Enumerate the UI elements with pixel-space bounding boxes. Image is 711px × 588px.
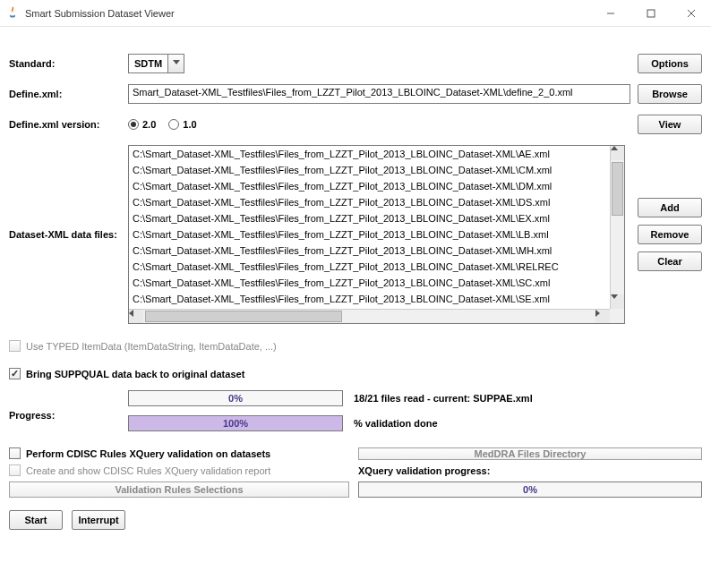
perform-cdisc-checkbox[interactable]: Perform CDISC Rules XQuery validation on… xyxy=(9,447,349,459)
checkbox-unchecked-icon xyxy=(9,464,21,476)
radio-unselected-icon xyxy=(168,119,179,130)
minimize-button[interactable] xyxy=(590,0,630,27)
checkbox-unchecked-icon xyxy=(9,340,21,352)
standard-select[interactable]: SDTM xyxy=(128,54,184,73)
list-item[interactable]: C:\Smart_Dataset-XML_Testfiles\Files_fro… xyxy=(129,291,610,307)
dropdown-arrow-icon xyxy=(167,55,184,72)
datafiles-label: Dataset-XML data files: xyxy=(9,229,128,240)
list-item[interactable]: C:\Smart_Dataset-XML_Testfiles\Files_fro… xyxy=(129,226,610,243)
list-item[interactable]: C:\Smart_Dataset-XML_Testfiles\Files_fro… xyxy=(129,162,610,178)
svg-marker-4 xyxy=(173,60,180,64)
clear-button[interactable]: Clear xyxy=(638,251,702,271)
meddra-dir-button: MedDRA Files Directory xyxy=(358,447,702,460)
list-item[interactable]: C:\Smart_Dataset-XML_Testfiles\Files_fro… xyxy=(129,146,610,162)
scrollbar-vertical[interactable] xyxy=(610,146,624,309)
list-item[interactable]: C:\Smart_Dataset-XML_Testfiles\Files_fro… xyxy=(129,178,610,194)
scroll-down-icon[interactable] xyxy=(611,294,624,309)
scroll-thumb-vertical[interactable] xyxy=(612,162,623,216)
datafiles-listbox[interactable]: C:\Smart_Dataset-XML_Testfiles\Files_fro… xyxy=(128,145,625,324)
scroll-up-icon[interactable] xyxy=(611,146,624,160)
add-button[interactable]: Add xyxy=(638,198,702,217)
scroll-left-icon[interactable] xyxy=(129,310,143,323)
scroll-right-icon[interactable] xyxy=(595,310,610,323)
typed-itemdata-checkbox: Use TYPED ItemData (ItemDataString, Item… xyxy=(9,340,277,352)
interrupt-button[interactable]: Interrupt xyxy=(72,510,125,530)
maximize-button[interactable] xyxy=(630,0,671,27)
progress-status: 18/21 files read - current: SUPPAE.xml xyxy=(354,393,533,404)
title-bar: Smart Submission Dataset Viewer xyxy=(0,0,711,27)
definever-label: Define.xml version: xyxy=(9,119,128,130)
xquery-progress-bar: 0% xyxy=(358,481,702,498)
svg-marker-6 xyxy=(611,294,618,299)
progress-label: Progress: xyxy=(9,390,128,421)
list-item[interactable]: C:\Smart_Dataset-XML_Testfiles\Files_fro… xyxy=(129,194,610,210)
scroll-corner xyxy=(610,309,624,323)
rules-selections-button: Validation Rules Selections xyxy=(9,481,349,498)
definexml-label: Define.xml: xyxy=(9,89,128,99)
create-report-checkbox: Create and show CDISC Rules XQuery valid… xyxy=(9,464,349,476)
xquery-progress-label: XQuery validation progress: xyxy=(358,465,702,476)
svg-marker-8 xyxy=(595,310,600,317)
files-progress-bar: 0% xyxy=(128,390,343,406)
suppqual-checkbox[interactable]: Bring SUPPQUAL data back to original dat… xyxy=(9,368,244,379)
options-button[interactable]: Options xyxy=(638,54,702,73)
definexml-input[interactable]: Smart_Dataset-XML_Testfiles\Files_from_L… xyxy=(128,84,630,104)
standard-value: SDTM xyxy=(129,58,167,69)
view-button[interactable]: View xyxy=(638,115,702,134)
svg-marker-7 xyxy=(129,310,133,317)
close-button[interactable] xyxy=(671,0,711,27)
checkbox-checked-icon xyxy=(9,368,21,379)
standard-label: Standard: xyxy=(9,58,128,69)
scrollbar-horizontal[interactable] xyxy=(129,309,610,323)
validation-done-label: % validation done xyxy=(354,418,438,429)
java-icon xyxy=(5,6,20,21)
list-item[interactable]: C:\Smart_Dataset-XML_Testfiles\Files_fro… xyxy=(129,259,610,275)
list-item[interactable]: C:\Smart_Dataset-XML_Testfiles\Files_fro… xyxy=(129,243,610,259)
window-title: Smart Submission Dataset Viewer xyxy=(25,8,590,19)
browse-button[interactable]: Browse xyxy=(638,84,702,104)
svg-rect-1 xyxy=(647,10,655,17)
radio-selected-icon xyxy=(128,119,139,130)
list-item[interactable]: C:\Smart_Dataset-XML_Testfiles\Files_fro… xyxy=(129,275,610,291)
list-item[interactable]: C:\Smart_Dataset-XML_Testfiles\Files_fro… xyxy=(129,210,610,226)
svg-marker-5 xyxy=(611,146,618,150)
validation-progress-bar: 100% xyxy=(128,415,343,431)
remove-button[interactable]: Remove xyxy=(638,225,702,244)
scroll-thumb-horizontal[interactable] xyxy=(145,311,342,322)
start-button[interactable]: Start xyxy=(9,510,63,530)
checkbox-unchecked-icon xyxy=(9,447,21,459)
version-radio-1-0[interactable]: 1.0 xyxy=(168,119,196,130)
version-radio-2-0[interactable]: 2.0 xyxy=(128,119,156,130)
